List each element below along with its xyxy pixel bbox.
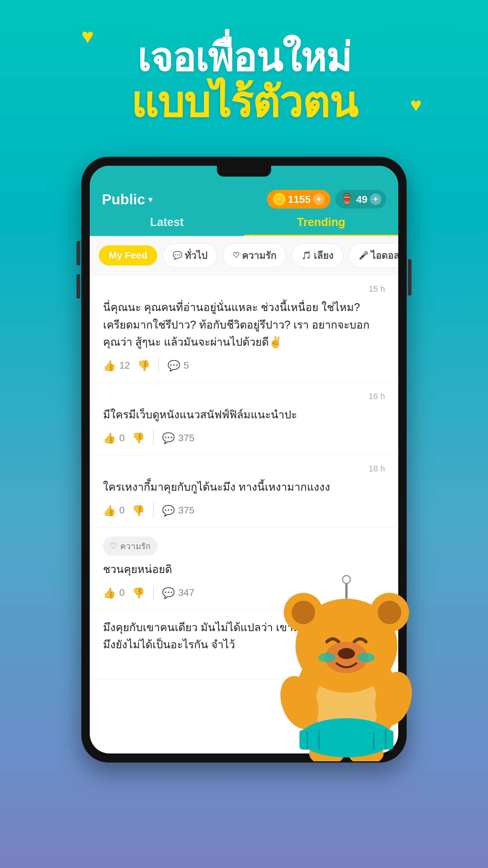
- header-left: Public ▾: [102, 191, 153, 208]
- svg-point-20: [357, 653, 375, 662]
- comment-icon: 💬: [162, 587, 175, 599]
- feed-tag: ♡ ความรัก: [103, 536, 157, 556]
- like-group[interactable]: 👍 0: [103, 504, 125, 517]
- jar-count: 49: [356, 193, 367, 205]
- hero-section: ♥ เจอเพื่อนใหม่ แบบไร้ตัวตน ♥: [0, 0, 488, 144]
- like-group[interactable]: 👍 12: [103, 360, 130, 372]
- feed-time: 18 h: [103, 464, 385, 473]
- music-icon: 🎵: [301, 251, 311, 260]
- thumbs-down-icon[interactable]: 👎: [132, 504, 144, 517]
- tab-latest[interactable]: Latest: [90, 209, 244, 236]
- volume-down-button: [76, 274, 80, 299]
- jar-icon: 🏺: [340, 193, 354, 206]
- heart-bottom-icon: ♥: [410, 93, 422, 116]
- add-jars-button[interactable]: +: [370, 193, 381, 205]
- feed-item: 15 h นี่คุณนะ คุณคนที่อ่านอยู่นั่นแหละ ช…: [90, 275, 398, 382]
- comment-count: 375: [178, 505, 194, 516]
- svg-point-16: [378, 601, 401, 624]
- like-count: 0: [119, 505, 125, 516]
- comment-count: 5: [184, 360, 189, 371]
- comment-group[interactable]: 💬 375: [162, 504, 194, 517]
- filter-bar: My Feed 💬 ทั่วไป ♡ ความรัก 🎵 เลียง 🎤 ไอด…: [90, 236, 398, 275]
- feed-time: 15 h: [103, 284, 385, 294]
- filter-general[interactable]: 💬 ทั่วไป: [163, 243, 217, 268]
- heart-top-icon: ♥: [82, 24, 94, 48]
- comment-icon: 💬: [162, 504, 175, 517]
- phone-mockup: Public ▾ 🪙 1155 + 🏺 49 +: [82, 157, 407, 763]
- comment-group[interactable]: 💬 5: [167, 360, 189, 372]
- coin-icon: 🪙: [273, 193, 286, 206]
- divider: [153, 503, 154, 518]
- divider: [158, 358, 159, 373]
- filter-idol[interactable]: 🎤 ไอดอล: [349, 243, 398, 268]
- filter-my-feed[interactable]: My Feed: [99, 245, 157, 266]
- thumbs-down-icon[interactable]: 👎: [137, 360, 150, 372]
- heart-icon: ♡: [233, 251, 239, 260]
- like-group[interactable]: 👍 0: [103, 587, 125, 599]
- app-header: Public ▾ 🪙 1155 + 🏺 49 +: [90, 184, 398, 209]
- like-count: 0: [119, 587, 125, 598]
- feed-item: 16 h มีใครมีเว็บดูหนังแนวสนัฟฟ์ฟิล์มแนะน…: [90, 382, 398, 455]
- thumbs-up-icon: 👍: [103, 360, 116, 372]
- idol-icon: 🎤: [359, 251, 368, 260]
- comment-group[interactable]: 💬 375: [162, 432, 194, 444]
- filter-general-label: ทั่วไป: [185, 248, 207, 263]
- comment-icon: 💬: [167, 360, 180, 372]
- feed-time: 16 h: [103, 392, 385, 401]
- tab-trending[interactable]: Trending: [244, 209, 398, 236]
- filter-love-label: ความรัก: [242, 248, 276, 263]
- feed-actions: 👍 12 👎 💬 5: [103, 358, 385, 373]
- comment-icon: 💬: [162, 432, 175, 444]
- power-button: [408, 259, 412, 296]
- thumbs-up-icon: 👍: [103, 587, 116, 599]
- like-count: 0: [119, 433, 125, 444]
- svg-point-14: [292, 601, 315, 624]
- svg-rect-7: [299, 730, 393, 749]
- phone-notch: [217, 166, 271, 177]
- comment-count: 375: [178, 433, 194, 444]
- thumbs-down-icon[interactable]: 👎: [132, 432, 144, 444]
- add-coins-button[interactable]: +: [313, 193, 324, 205]
- header-right: 🪙 1155 + 🏺 49 +: [267, 190, 386, 209]
- feed-text: ใครเหงากี็มาคุยกับกูได้นะมึง ทางนี้เหงาม…: [103, 478, 385, 496]
- divider: [153, 430, 154, 445]
- svg-point-18: [338, 648, 355, 659]
- thumbs-down-icon[interactable]: 👎: [132, 587, 144, 599]
- filter-idol-label: ไอดอล: [371, 248, 398, 263]
- jar-badge[interactable]: 🏺 49 +: [335, 190, 386, 209]
- tab-bar: Latest Trending: [90, 209, 398, 236]
- header-title: Public: [102, 191, 145, 208]
- divider: [153, 585, 154, 600]
- feed-actions: 👍 0 👎 💬 375: [103, 430, 385, 445]
- tag-icon: ♡: [110, 541, 117, 551]
- like-group[interactable]: 👍 0: [103, 432, 125, 444]
- feed-text: นี่คุณนะ คุณคนที่อ่านอยู่นั่นแหละ ช่วงนี…: [103, 299, 385, 351]
- thumbs-up-icon: 👍: [103, 504, 116, 517]
- chevron-down-icon[interactable]: ▾: [148, 194, 153, 205]
- filter-music[interactable]: 🎵 เลียง: [292, 243, 344, 268]
- hero-line2: แบบไร้ตัวตน: [24, 79, 464, 126]
- filter-music-label: เลียง: [314, 248, 333, 263]
- coin-count: 1155: [288, 193, 311, 205]
- tag-label: ความรัก: [120, 539, 151, 553]
- like-count: 12: [119, 360, 130, 371]
- svg-point-19: [318, 653, 335, 662]
- filter-my-feed-label: My Feed: [109, 250, 147, 261]
- thumbs-up-icon: 👍: [103, 432, 116, 444]
- feed-actions: 👍 0 👎 💬 375: [103, 503, 385, 518]
- volume-up-button: [76, 241, 80, 265]
- feed-item: 18 h ใครเหงากี็มาคุยกับกูได้นะมึง ทางนี้…: [90, 455, 398, 527]
- bear-mascot: [268, 573, 425, 763]
- feed-text: มีใครมีเว็บดูหนังแนวสนัฟฟ์ฟิล์มแนะนำปะ: [103, 406, 385, 424]
- comment-count: 347: [178, 587, 194, 598]
- chat-icon: 💬: [173, 251, 182, 260]
- filter-love[interactable]: ♡ ความรัก: [223, 243, 286, 268]
- coin-badge[interactable]: 🪙 1155 +: [267, 190, 331, 209]
- comment-group[interactable]: 💬 347: [162, 587, 194, 599]
- svg-point-22: [343, 576, 350, 584]
